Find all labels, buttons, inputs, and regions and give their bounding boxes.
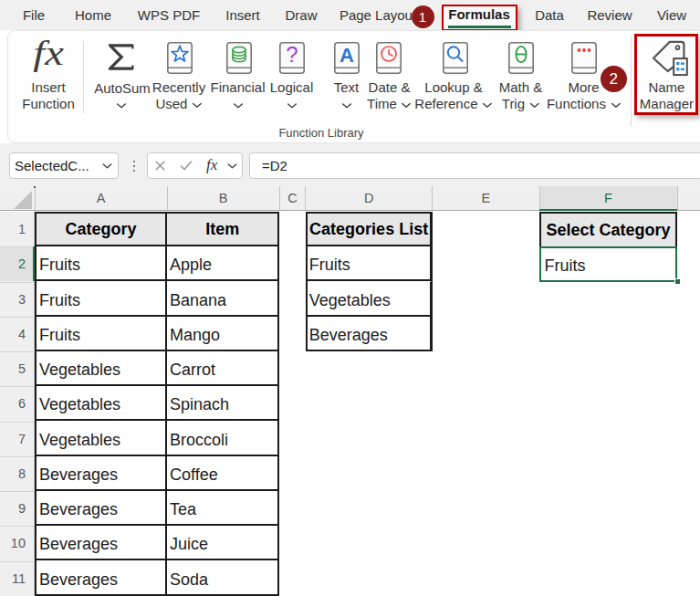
svg-text:?: ? bbox=[286, 42, 298, 67]
svg-text:A: A bbox=[340, 43, 354, 66]
